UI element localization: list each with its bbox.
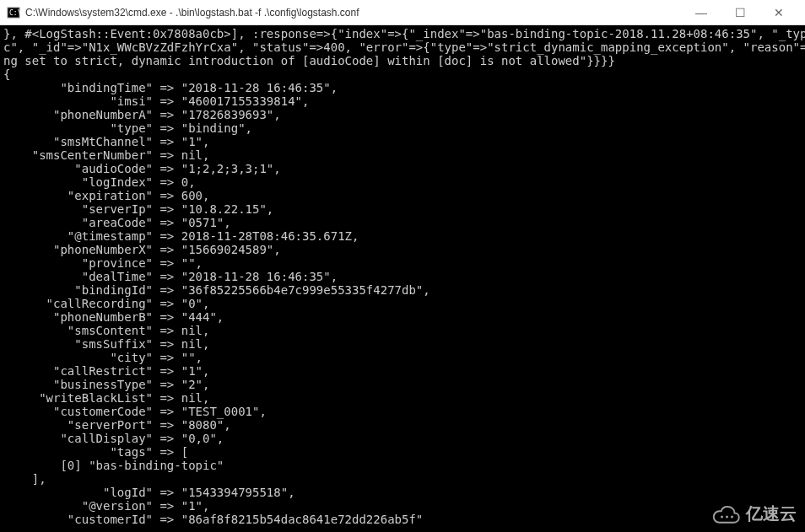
- cmd-icon: C:\: [7, 6, 20, 19]
- close-button[interactable]: ✕: [759, 0, 798, 25]
- window-title: C:\Windows\system32\cmd.exe - .\bin\logs…: [25, 7, 682, 19]
- terminal-output[interactable]: }, #<LogStash::Event:0x7808a0cb>], :resp…: [0, 25, 805, 532]
- minimize-button[interactable]: —: [682, 0, 721, 25]
- titlebar: C:\ C:\Windows\system32\cmd.exe - .\bin\…: [0, 0, 805, 25]
- watermark-text: 亿速云: [746, 502, 797, 525]
- svg-point-3: [726, 515, 728, 518]
- watermark: 亿速云: [710, 502, 797, 525]
- window-controls: — ☐ ✕: [682, 0, 798, 25]
- svg-point-4: [731, 515, 733, 518]
- maximize-button[interactable]: ☐: [721, 0, 759, 25]
- svg-point-2: [721, 515, 723, 518]
- svg-text:C:\: C:\: [9, 9, 20, 17]
- cloud-icon: [710, 504, 741, 524]
